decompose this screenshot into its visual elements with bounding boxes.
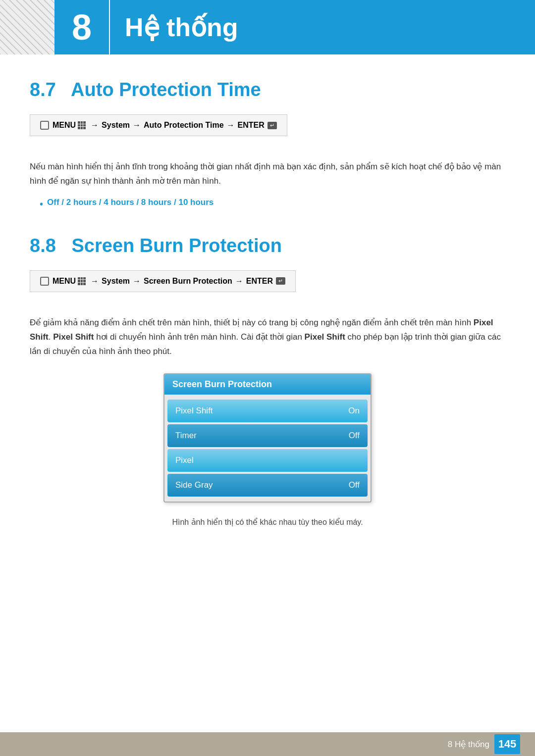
enter-label-8: ENTER bbox=[246, 277, 273, 286]
enter-label-7: ENTER bbox=[238, 121, 265, 130]
sbp-pixel-shift-label: Pixel Shift bbox=[175, 406, 213, 416]
feature-label-8: Screen Burn Protection bbox=[144, 277, 232, 286]
enter-icon-7: ↵ bbox=[268, 122, 277, 129]
system-label-7: System bbox=[102, 121, 130, 130]
page-footer: 8 Hệ thống 145 bbox=[0, 732, 535, 756]
sbp-pixel-label: Pixel bbox=[175, 455, 194, 465]
system-label-8: System bbox=[102, 277, 130, 286]
remote-icon-8 bbox=[40, 277, 49, 286]
bullet-dot: • bbox=[40, 198, 43, 210]
feature-label-7: Auto Protection Time bbox=[144, 121, 224, 130]
menu-label-8: MENU bbox=[53, 277, 76, 286]
sbp-ui-mockup: Screen Burn Protection Pixel Shift On Ti… bbox=[163, 373, 372, 503]
sbp-item-timer[interactable]: Timer Off bbox=[167, 424, 368, 447]
sbp-side-gray-label: Side Gray bbox=[175, 480, 213, 490]
arrow-1: → bbox=[91, 121, 99, 130]
sbp-title-bar: Screen Burn Protection bbox=[164, 374, 371, 395]
sbp-side-gray-value: Off bbox=[349, 480, 360, 490]
pixel-shift-bold-3: Pixel Shift bbox=[305, 332, 345, 342]
section-7-options-text: Off / 2 hours / 4 hours / 8 hours / 10 h… bbox=[47, 198, 214, 207]
sbp-item-side-gray[interactable]: Side Gray Off bbox=[167, 474, 368, 497]
sbp-timer-label: Timer bbox=[175, 431, 197, 441]
section-8-7: 8.7 Auto Protection Time MENU → System →… bbox=[30, 79, 505, 210]
arrow-8-2: → bbox=[133, 277, 141, 286]
sbp-timer-value: Off bbox=[349, 431, 360, 441]
section-7-body: Nếu màn hình hiển thị ảnh tĩnh trong kho… bbox=[30, 160, 505, 189]
chapter-title: Hệ thống bbox=[125, 12, 238, 42]
sbp-item-pixel[interactable]: Pixel bbox=[167, 449, 368, 472]
sbp-pixel-shift-value: On bbox=[348, 406, 360, 416]
pixel-shift-bold-2: Pixel Shift bbox=[53, 332, 94, 342]
section-8-heading: 8.8 Screen Burn Protection bbox=[30, 235, 505, 256]
footer-page-number: 145 bbox=[494, 734, 520, 754]
arrow-8-1: → bbox=[91, 277, 99, 286]
enter-icon-8: ↵ bbox=[276, 277, 285, 285]
sbp-item-pixel-shift[interactable]: Pixel Shift On bbox=[167, 400, 368, 422]
chapter-number: 8 bbox=[72, 7, 92, 48]
section-8-menu-path: MENU → System → Screen Burn Protection →… bbox=[30, 270, 505, 304]
chapter-title-box: Hệ thống bbox=[110, 0, 535, 54]
arrow-2: → bbox=[133, 121, 141, 130]
arrow-8-3: → bbox=[235, 277, 243, 286]
footer-chapter-text: 8 Hệ thống bbox=[448, 739, 489, 750]
section-7-option-item: • Off / 2 hours / 4 hours / 8 hours / 10… bbox=[40, 198, 505, 210]
chapter-number-box: 8 bbox=[54, 0, 109, 54]
section-7-options: • Off / 2 hours / 4 hours / 8 hours / 10… bbox=[40, 198, 505, 210]
grid-icon-8 bbox=[78, 277, 86, 285]
sbp-title-text: Screen Burn Protection bbox=[172, 379, 272, 389]
section-7-menu-path: MENU → System → Auto Protection Time → E… bbox=[30, 114, 505, 148]
remote-icon bbox=[40, 121, 49, 130]
section-8-body: Để giảm khả năng điểm ảnh chết trên màn … bbox=[30, 316, 505, 359]
grid-icon bbox=[78, 121, 86, 129]
pixel-shift-bold-1: Pixel Shift bbox=[30, 318, 493, 342]
arrow-3: → bbox=[227, 121, 235, 130]
page-header: 8 Hệ thống bbox=[0, 0, 535, 54]
ui-caption: Hình ảnh hiển thị có thể khác nhau tùy t… bbox=[30, 517, 505, 527]
main-content: 8.7 Auto Protection Time MENU → System →… bbox=[0, 79, 535, 566]
section-7-heading: 8.7 Auto Protection Time bbox=[30, 79, 505, 101]
menu-path-box-7: MENU → System → Auto Protection Time → E… bbox=[30, 114, 287, 136]
menu-label-7: MENU bbox=[53, 121, 76, 130]
menu-path-box-8: MENU → System → Screen Burn Protection →… bbox=[30, 270, 296, 292]
header-pattern bbox=[0, 0, 54, 54]
section-8-8: 8.8 Screen Burn Protection MENU → System… bbox=[30, 235, 505, 527]
